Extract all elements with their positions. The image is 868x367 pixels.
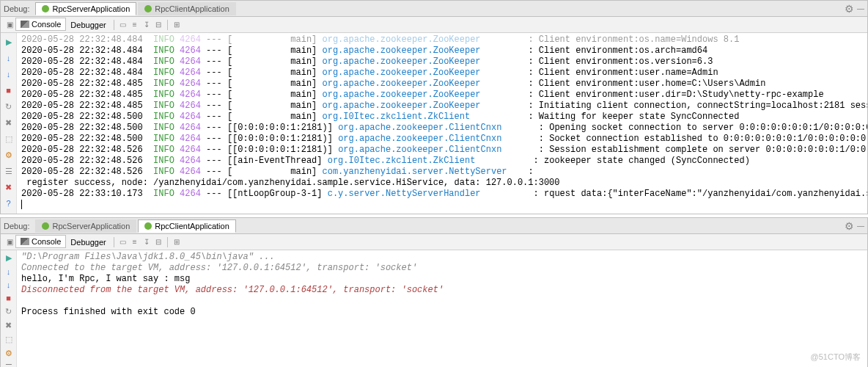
- toolbar-icon[interactable]: ▭: [118, 237, 128, 247]
- tab-label: RpcServerApplication: [52, 4, 130, 13]
- log-line: 2020-05-28 22:32:48.484 INFO 4264 --- [ …: [21, 57, 863, 68]
- log-line: 2020-05-28 22:32:48.500 INFO 4264 --- [ …: [21, 112, 863, 123]
- gutter: ▶↓↓■↻✖⬚⚙☰✖?: [1, 33, 17, 214]
- gutter-icon[interactable]: ■: [3, 84, 15, 96]
- gutter-icon[interactable]: ⚙: [3, 149, 15, 161]
- gutter-icon[interactable]: ⬚: [3, 335, 15, 344]
- toolbar-icon[interactable]: ⊞: [172, 20, 182, 30]
- panel-header: Debug: RpcServerApplicationRpcClientAppl…: [1, 218, 867, 234]
- gear-icon[interactable]: ⚙: [845, 220, 854, 232]
- log-line: Disconnected from the target VM, address…: [21, 285, 863, 296]
- gutter-icon[interactable]: ✖: [3, 321, 15, 330]
- debug-panel-server: Debug: RpcServerApplicationRpcClientAppl…: [0, 0, 868, 214]
- gutter-icon[interactable]: ▶: [3, 253, 15, 263]
- gutter-icon[interactable]: ↓: [3, 52, 15, 64]
- watermark: @51CTO博客: [811, 352, 861, 363]
- log-line: Connected to the target VM, address: '12…: [21, 263, 863, 274]
- debug-panel-client: Debug: RpcServerApplicationRpcClientAppl…: [0, 217, 868, 367]
- log-line: 2020-05-28 22:32:48.526 INFO 4264 --- [ …: [21, 167, 863, 178]
- sub-tab-debugger[interactable]: Debugger: [66, 236, 110, 249]
- tab-label: RpcServerApplication: [52, 222, 130, 230]
- sub-header: ▣ ConsoleDebugger ▭ ≡ ↧ ⊟ ⊞: [1, 234, 867, 250]
- hide-button[interactable]: —: [857, 4, 864, 12]
- sub-tab-debugger[interactable]: Debugger: [66, 18, 110, 32]
- console-output[interactable]: "D:\Program Files\Java\jdk1.8.0_45\bin\j…: [17, 250, 867, 367]
- gutter-icon[interactable]: ☰: [3, 363, 15, 367]
- spring-icon: [42, 222, 49, 230]
- log-line: 2020-05-28 22:32:48.484 INFO 4264 --- [ …: [21, 34, 863, 46]
- gear-icon[interactable]: ⚙: [845, 3, 854, 15]
- log-line: 2020-05-28 22:32:48.485 INFO 4264 --- [ …: [21, 79, 863, 90]
- log-line: [21, 296, 863, 307]
- log-line: Process finished with exit code 0: [21, 307, 863, 318]
- run-tab[interactable]: RpcClientApplication: [138, 219, 236, 233]
- gutter-icon[interactable]: ↻: [3, 101, 15, 112]
- restore-layout-icon[interactable]: ▣: [4, 237, 15, 247]
- log-line: 2020-05-28 22:32:48.484 INFO 4264 --- [ …: [21, 68, 863, 79]
- log-line: hello, I'm Rpc, I want say : msg: [21, 274, 863, 285]
- toolbar-icon[interactable]: ▭: [118, 20, 128, 30]
- panel-header: Debug: RpcServerApplicationRpcClientAppl…: [1, 1, 867, 17]
- gutter-icon[interactable]: ✖: [3, 181, 15, 193]
- log-line: 2020-05-28 22:32:48.500 INFO 4264 --- [[…: [21, 134, 863, 145]
- spring-icon: [144, 5, 152, 12]
- log-line: 2020-05-28 22:33:10.173 INFO 4264 --- [[…: [21, 189, 863, 200]
- spring-icon: [144, 222, 152, 230]
- toolbar-icon[interactable]: ⊟: [153, 20, 163, 30]
- toolbar-icon[interactable]: ⊟: [153, 237, 163, 247]
- gutter: ▶↓↓■↻✖⬚⚙☰✖?: [1, 250, 17, 367]
- console-icon: [21, 21, 29, 28]
- sub-header: ▣ ConsoleDebugger ▭ ≡ ↧ ⊟ ⊞: [1, 17, 867, 33]
- log-line: 2020-05-28 22:32:48.485 INFO 4264 --- [ …: [21, 90, 863, 101]
- gutter-icon[interactable]: ✖: [3, 117, 15, 128]
- toolbar-icon[interactable]: ⊞: [172, 237, 182, 247]
- toolbar-icon[interactable]: ↧: [141, 237, 152, 247]
- gutter-icon[interactable]: ↓: [3, 267, 15, 276]
- restore-layout-icon[interactable]: ▣: [4, 20, 15, 30]
- gutter-icon[interactable]: ?: [3, 197, 15, 209]
- run-tab[interactable]: RpcServerApplication: [35, 2, 136, 15]
- panel-label: Debug:: [4, 4, 29, 13]
- gutter-icon[interactable]: ☰: [3, 165, 15, 177]
- console-icon: [21, 238, 29, 245]
- gutter-icon[interactable]: ▶: [3, 36, 15, 48]
- tab-label: RpcClientApplication: [155, 4, 229, 13]
- log-line: 2020-05-28 22:32:48.526 INFO 4264 --- [[…: [21, 156, 863, 167]
- gutter-icon[interactable]: ↻: [3, 307, 15, 316]
- log-line: 2020-05-28 22:32:48.526 INFO 4264 --- [[…: [21, 145, 863, 156]
- toolbar-icon[interactable]: ≡: [130, 237, 140, 247]
- log-line: "D:\Program Files\Java\jdk1.8.0_45\bin\j…: [21, 252, 863, 263]
- run-tab[interactable]: RpcServerApplication: [35, 219, 136, 233]
- sub-tab-console[interactable]: Console: [15, 18, 66, 31]
- panel-label: Debug:: [4, 222, 29, 230]
- log-line: 2020-05-28 22:32:48.485 INFO 4264 --- [ …: [21, 101, 863, 112]
- gutter-icon[interactable]: ⚙: [3, 349, 15, 358]
- hide-button[interactable]: —: [857, 222, 864, 230]
- run-tab[interactable]: RpcClientApplication: [138, 2, 236, 15]
- spring-icon: [42, 5, 49, 12]
- toolbar-icon[interactable]: ≡: [130, 20, 140, 30]
- gutter-icon[interactable]: ⬚: [3, 133, 15, 145]
- log-line: register success, node: /yanzhenyidai/co…: [21, 178, 863, 189]
- gutter-icon[interactable]: ↓: [3, 280, 15, 289]
- sub-tab-console[interactable]: Console: [15, 235, 66, 248]
- console-output[interactable]: 2020-05-28 22:32:48.484 INFO 4264 --- [ …: [17, 33, 867, 214]
- toolbar-icon[interactable]: ↧: [141, 20, 152, 30]
- gutter-icon[interactable]: ■: [3, 294, 15, 302]
- log-line: 2020-05-28 22:32:48.500 INFO 4264 --- [[…: [21, 123, 863, 134]
- log-line: 2020-05-28 22:32:48.484 INFO 4264 --- [ …: [21, 46, 863, 57]
- tab-label: RpcClientApplication: [155, 222, 229, 230]
- gutter-icon[interactable]: ↓: [3, 68, 15, 80]
